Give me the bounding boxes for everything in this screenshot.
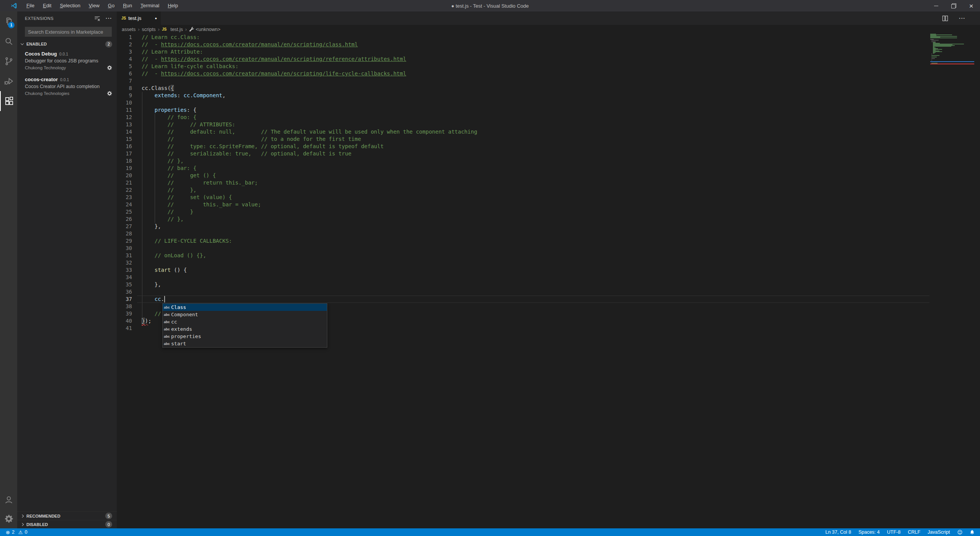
code-line-20[interactable]: 20 // get () { — [117, 172, 980, 179]
account-button[interactable] — [0, 490, 17, 509]
code-line-6[interactable]: 6// - https://docs.cocos.com/creator/man… — [117, 70, 980, 77]
line-number: 29 — [117, 237, 132, 245]
extension-item-cocos-debug[interactable]: Cocos Debug0.0.1Debugger for cocos JSB p… — [17, 48, 117, 74]
line-number: 26 — [117, 216, 132, 223]
problems-indicator[interactable]: ⊗ 2 ⚠ 0 — [6, 529, 27, 535]
extension-item-cocos-creator[interactable]: cocos-creator0.0.1Cocos Creator API auto… — [17, 74, 117, 100]
breadcrumb-scripts[interactable]: scripts — [142, 27, 155, 32]
code-line-13[interactable]: 13 // // ATTRIBUTES: — [117, 121, 980, 128]
menu-go[interactable]: Go — [104, 0, 119, 11]
suggest-item-extends[interactable]: abcextends — [163, 325, 327, 333]
code-line-34[interactable]: 34 — [117, 274, 980, 281]
code-line-27[interactable]: 27 }, — [117, 223, 980, 230]
line-number: 30 — [117, 245, 132, 252]
menu-terminal[interactable]: Terminal — [136, 0, 163, 11]
suggest-item-properties[interactable]: abcproperties — [163, 333, 327, 340]
suggest-item-class[interactable]: abcClass — [163, 304, 327, 311]
code-line-23[interactable]: 23 // set (value) { — [117, 194, 980, 201]
split-editor-icon[interactable] — [942, 15, 948, 21]
more-actions-icon[interactable]: ··· — [959, 15, 965, 21]
code-line-14[interactable]: 14 // default: null, // The default valu… — [117, 128, 980, 136]
code-line-15[interactable]: 15 // // to a node for the first time — [117, 136, 980, 143]
clear-extension-filters-icon[interactable] — [94, 15, 100, 21]
feedback-icon[interactable]: ☺ — [957, 530, 962, 535]
code-line-18[interactable]: 18 // }, — [117, 157, 980, 165]
status-language-mode[interactable]: JavaScript — [928, 529, 950, 535]
code-line-22[interactable]: 22 // }, — [117, 186, 980, 194]
code-line-37[interactable]: 37 cc. — [117, 296, 980, 303]
menu-view[interactable]: View — [85, 0, 104, 11]
code-line-25[interactable]: 25 // } — [117, 208, 980, 216]
code-line-2[interactable]: 2// - https://docs.cocos.com/creator/man… — [117, 41, 980, 48]
menu-edit[interactable]: Edit — [39, 0, 56, 11]
code-line-7[interactable]: 7 — [117, 77, 980, 85]
suggest-item-start[interactable]: abcstart — [163, 340, 327, 347]
code-line-1[interactable]: 1// Learn cc.Class: — [117, 34, 980, 41]
gear-icon[interactable] — [107, 91, 112, 96]
status-indentation[interactable]: Spaces: 4 — [858, 529, 880, 535]
code-line-10[interactable]: 10 — [117, 99, 980, 106]
code-line-4[interactable]: 4// - https://docs.cocos.com/creator/man… — [117, 56, 980, 63]
tab-test-js[interactable]: JS test.js ● — [117, 11, 161, 25]
code-line-31[interactable]: 31 // onLoad () {}, — [117, 252, 980, 259]
code-line-24[interactable]: 24 // this._bar = value; — [117, 201, 980, 208]
menu-help[interactable]: Help — [163, 0, 182, 11]
status-encoding[interactable]: UTF-8 — [887, 529, 900, 535]
code-line-19[interactable]: 19 // bar: { — [117, 165, 980, 172]
code-line-33[interactable]: 33 start () { — [117, 266, 980, 274]
line-number: 25 — [117, 208, 132, 216]
code-editor[interactable]: 1// Learn cc.Class:2// - https://docs.co… — [117, 34, 980, 528]
menu-selection[interactable]: Selection — [56, 0, 84, 11]
code-line-29[interactable]: 29 // LIFE-CYCLE CALLBACKS: — [117, 237, 980, 245]
wrench-icon — [189, 27, 194, 32]
status-eol[interactable]: CRLF — [908, 529, 920, 535]
section-recommended[interactable]: RECOMMENDED 5 — [17, 511, 117, 520]
sidebar-item-search[interactable] — [0, 31, 17, 51]
code-line-5[interactable]: 5// Learn life-cycle callbacks: — [117, 63, 980, 70]
more-actions-icon[interactable]: ··· — [106, 15, 112, 21]
modified-dot-icon[interactable]: ● — [155, 16, 157, 20]
menu-file[interactable]: File — [22, 0, 39, 11]
code-line-28[interactable]: 28 — [117, 230, 980, 237]
tab-label: test.js — [128, 15, 141, 21]
code-line-21[interactable]: 21 // return this._bar; — [117, 179, 980, 186]
breadcrumb-assets[interactable]: assets — [122, 27, 136, 32]
minimap[interactable] — [930, 34, 974, 65]
vscode-logo-icon[interactable] — [10, 2, 17, 9]
menu-run[interactable]: Run — [119, 0, 136, 11]
breadcrumb-test-js[interactable]: JS test.js — [162, 27, 183, 32]
extension-description: Cocos Creator API auto completion — [25, 84, 112, 89]
code-line-36[interactable]: 36 — [117, 288, 980, 296]
code-line-30[interactable]: 30 — [117, 245, 980, 252]
code-line-12[interactable]: 12 // foo: { — [117, 114, 980, 121]
code-line-16[interactable]: 16 // type: cc.SpriteFrame, // optional,… — [117, 143, 980, 150]
code-line-35[interactable]: 35 }, — [117, 281, 980, 288]
search-extensions-input[interactable] — [25, 27, 112, 37]
sidebar-item-explorer[interactable]: 1 — [0, 11, 17, 31]
code-line-8[interactable]: 8cc.Class({ — [117, 85, 980, 92]
restore-button[interactable] — [945, 0, 962, 11]
code-line-32[interactable]: 32 — [117, 259, 980, 266]
code-line-26[interactable]: 26 // }, — [117, 216, 980, 223]
code-line-17[interactable]: 17 // serializable: true, // optional, d… — [117, 150, 980, 157]
line-number: 31 — [117, 252, 132, 259]
code-line-9[interactable]: 9 extends: cc.Component, — [117, 92, 980, 99]
section-enabled[interactable]: ENABLED 2 — [17, 40, 117, 48]
sidebar-item-extensions[interactable] — [0, 91, 17, 111]
code-line-11[interactable]: 11 properties: { — [117, 106, 980, 114]
js-file-icon: JS — [121, 16, 126, 20]
status-cursor-position[interactable]: Ln 37, Col 8 — [825, 529, 851, 535]
manage-button[interactable] — [0, 509, 17, 528]
sidebar-item-run-and-debug[interactable] — [0, 71, 17, 91]
close-button[interactable]: × — [962, 0, 980, 11]
sidebar-item-source-control[interactable] — [0, 51, 17, 71]
breadcrumb-symbol-unknown[interactable]: <unknown> — [189, 27, 220, 32]
gear-icon[interactable] — [107, 65, 112, 70]
suggest-item-cc[interactable]: abccc — [163, 318, 327, 325]
section-disabled[interactable]: DISABLED 0 — [17, 520, 117, 528]
suggest-item-component[interactable]: abcComponent — [163, 311, 327, 318]
chevron-down-icon — [21, 42, 24, 45]
minimize-button[interactable] — [927, 0, 945, 11]
notifications-bell-icon[interactable] — [970, 529, 975, 535]
code-line-3[interactable]: 3// Learn Attribute: — [117, 48, 980, 56]
